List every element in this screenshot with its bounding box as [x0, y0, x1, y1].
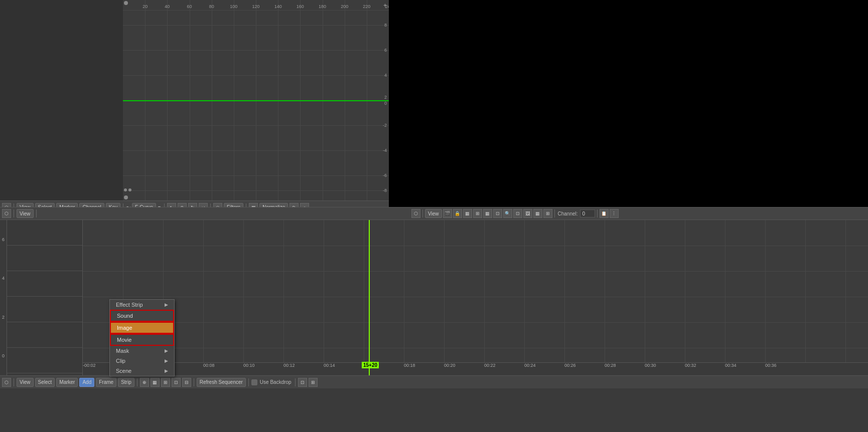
seq-img-icon[interactable]: 🖼 [523, 209, 532, 218]
y-label-4: 4 [384, 73, 387, 78]
x-label-40: 40 [165, 4, 170, 9]
menu-movie[interactable]: Movie [110, 334, 174, 346]
ch-edge-4: 4 [2, 276, 5, 281]
y-label-n2: -2 [383, 123, 387, 128]
seq-sep4 [554, 209, 555, 218]
menu-clip[interactable]: Clip ▶ [110, 356, 174, 366]
bt-sep3 [194, 378, 194, 386]
seq-expand-icon[interactable]: ⊡ [513, 209, 522, 218]
channel-6: 6 [0, 220, 82, 246]
menu-scene[interactable]: Scene ▶ [110, 366, 174, 376]
clip-arrow: ▶ [165, 358, 168, 363]
t-label-16: 00:34 [725, 363, 737, 368]
bt-strip-button[interactable]: Strip [118, 378, 134, 387]
preview-area [389, 0, 868, 207]
bt-sep1 [14, 378, 14, 386]
seq-checker-icon[interactable]: ⊞ [543, 209, 552, 218]
playhead-label: 15+20 [362, 362, 379, 368]
t-label-14: 00:30 [645, 363, 656, 368]
bt-view-button[interactable]: View [17, 378, 34, 387]
fcurve-sidebar [0, 0, 123, 200]
seq-view-button[interactable]: View [17, 209, 34, 218]
bt-last-icon[interactable]: ⊡ [298, 378, 307, 387]
menu-image[interactable]: Image [110, 322, 174, 334]
x-label-120: 120 [252, 4, 259, 9]
y-label-n8: -8 [383, 188, 387, 193]
y-label-0: 0 [384, 101, 387, 106]
seq-channel-value[interactable]: 0 [580, 209, 595, 218]
bt-mode-icon[interactable]: ⬡ [2, 378, 11, 387]
ch-edge-0: 0 [2, 353, 5, 358]
bt-icon5[interactable]: ⊟ [182, 378, 191, 387]
bt-icon4[interactable]: ⊡ [172, 378, 181, 387]
seq-search-icon[interactable]: 🔍 [503, 209, 512, 218]
fcurve-line [123, 100, 389, 101]
t-label-9: 00:20 [444, 363, 456, 368]
x-label-80: 80 [209, 4, 214, 9]
bt-frame-button[interactable]: Frame [96, 378, 116, 387]
bt-backdrop-checkbox[interactable] [251, 379, 257, 385]
y-label-6: 6 [384, 48, 387, 53]
x-label-160: 160 [297, 4, 304, 9]
sequencer-toolbar: ⬡ View ⬡ View 🎬 🔒 ▦ ⊞ ▦ ⊡ 🔍 ⊡ 🖼 ▦ ⊞ Chan… [0, 207, 868, 220]
bt-icon1[interactable]: ⊕ [140, 378, 149, 387]
seq-render-icon[interactable]: 🎬 [443, 209, 452, 218]
seq-grid-icon4[interactable]: ⊡ [493, 209, 502, 218]
bt-icon3[interactable]: ⊞ [161, 378, 170, 387]
y-label-n6: -6 [383, 173, 387, 178]
corner-dot-bl [124, 195, 128, 199]
bt-grid-icon[interactable]: ⊞ [309, 378, 318, 387]
mask-arrow: ▶ [165, 348, 168, 353]
t-label-6: 00:14 [324, 363, 335, 368]
menu-effect-strip[interactable]: Effect Strip ▶ [110, 300, 174, 310]
channel-labels: 6 4 2 [0, 220, 83, 375]
y-label-8: 8 [384, 23, 387, 28]
menu-mask[interactable]: Mask ▶ [110, 346, 174, 356]
t-label-5: 00:12 [283, 363, 295, 368]
playhead [369, 220, 370, 375]
bt-use-backdrop-label: Use Backdrop [259, 379, 293, 385]
bt-add-button[interactable]: Add [79, 378, 94, 387]
seq-sep3 [422, 209, 423, 218]
bt-icon2[interactable]: ▦ [151, 378, 160, 387]
seq-grid-icon1[interactable]: ▦ [463, 209, 472, 218]
x-label-20: 20 [142, 4, 148, 9]
bottom-toolbar: ⬡ View Select Marker Add Frame Strip ⊕ ▦… [0, 375, 868, 388]
seq-sep5 [597, 209, 598, 218]
t-label-0: -00:02 [83, 363, 96, 368]
bt-sep5 [295, 378, 296, 386]
channel-3 [0, 297, 82, 322]
y-label-2: 2 [384, 95, 387, 100]
context-menu: Effect Strip ▶ Sound Image Movie Mask ▶ … [109, 299, 175, 376]
seq-channel-label: Channel: [557, 211, 579, 217]
menu-sound[interactable]: Sound [110, 310, 174, 322]
x-label-140: 140 [274, 4, 282, 9]
y-label-n4: -4 [383, 148, 387, 153]
channel-1 [0, 348, 82, 373]
channel-5 [0, 246, 82, 271]
seq-strip-icon[interactable]: 📋 [600, 209, 609, 218]
seq-grid-icon3[interactable]: ▦ [483, 209, 492, 218]
t-label-8: 00:18 [404, 363, 415, 368]
fcurve-editor: 8 6 4 2 0 -2 -4 -6 -8 20 40 60 80 100 12… [0, 0, 389, 207]
channel-2: 2 [0, 322, 82, 348]
bt-select-button[interactable]: Select [35, 378, 55, 387]
sequencer-timeline: 15+20 [83, 220, 868, 375]
seq-lock-icon[interactable]: 🔒 [453, 209, 462, 218]
seq-view2-button[interactable]: View [425, 209, 442, 218]
t-label-10: 00:22 [484, 363, 496, 368]
effect-strip-arrow: ▶ [165, 302, 168, 307]
x-label-60: 60 [187, 4, 192, 9]
seq-icon1[interactable]: ⬡ [411, 209, 420, 218]
t-label-13: 00:28 [605, 363, 616, 368]
seq-sep2 [36, 209, 37, 218]
bt-marker-button[interactable]: Marker [56, 378, 78, 387]
bt-refresh-button[interactable]: Refresh Sequencer [197, 378, 246, 387]
fcurve-add-button[interactable]: + [383, 2, 387, 9]
bt-backdrop: Use Backdrop [251, 379, 293, 385]
seq-grid-icon2[interactable]: ⊞ [473, 209, 482, 218]
seq-last-icon[interactable]: ⋮ [610, 209, 619, 218]
seq-grid-icon5[interactable]: ▦ [533, 209, 542, 218]
seq-mode-icon[interactable]: ⬡ [2, 209, 11, 218]
seq-toolbar-right: ⬡ View 🎬 🔒 ▦ ⊞ ▦ ⊡ 🔍 ⊡ 🖼 ▦ ⊞ Channel: 0 … [411, 209, 619, 218]
